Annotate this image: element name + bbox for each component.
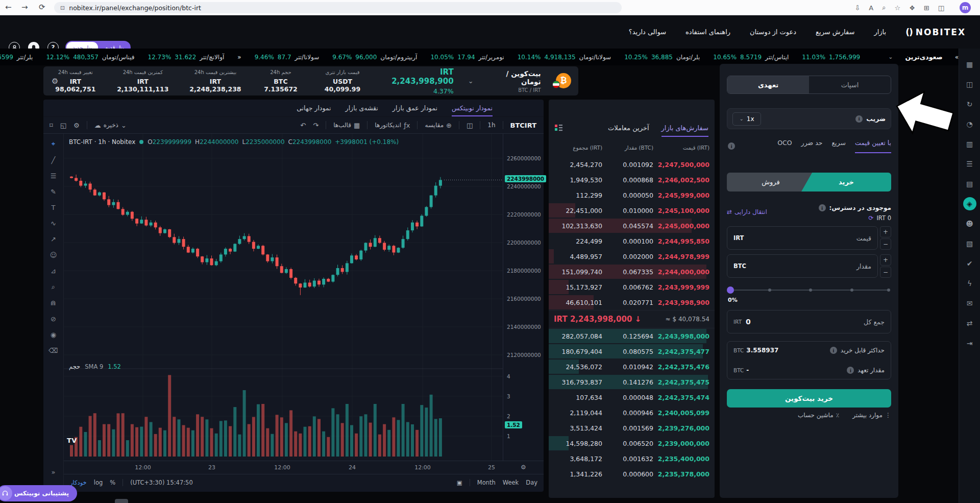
auto-scale-button[interactable]: خودکار — [70, 479, 87, 486]
hide-drawings-icon[interactable]: ◉ — [51, 331, 56, 339]
crosshair-tool-icon[interactable]: ⌖ — [52, 140, 55, 148]
orderbook-ask-row[interactable]: 2,454,2700.0010922,247,500,000 — [549, 157, 715, 172]
templates-button[interactable]: قالب‌ها▦ — [333, 122, 360, 129]
orderbook-ask-row[interactable]: 151,099,7400.0673352,244,000,000 — [549, 264, 715, 279]
orderbook-ask-row[interactable]: 112,2990.0000502,245,999,000 — [549, 187, 715, 203]
orderbook-bid-row[interactable]: 1,341,2260.0006002,235,378,000 — [549, 466, 715, 482]
indicators-button[interactable]: اندیکاتورهاƒx — [375, 122, 410, 129]
info-icon[interactable]: i — [847, 367, 854, 374]
lock-drawings-icon[interactable]: ⊘ — [51, 315, 56, 323]
chart-tab[interactable]: نمودار جهانی — [297, 104, 331, 116]
calendar-icon[interactable]: ▧ — [963, 237, 976, 250]
sell-tab[interactable]: فروش — [727, 173, 815, 191]
order-type-tab[interactable]: OCO — [777, 139, 792, 153]
exchange-icon[interactable]: ◫ — [963, 78, 976, 91]
magnet-tool-icon[interactable]: ⋒ — [51, 299, 56, 307]
symbol-button[interactable]: BTCIRT — [510, 122, 536, 129]
undo-icon[interactable]: ↶ — [300, 122, 306, 129]
range-button[interactable]: Day — [526, 479, 537, 486]
orderbook-bid-row[interactable]: 2,119,0440.0009462,240,005,099 — [549, 405, 715, 420]
referral-icon[interactable]: ⇄ — [963, 317, 976, 330]
nav-link[interactable]: سفارش سریع — [816, 28, 854, 36]
ticker-item[interactable]: 1,756,99911.03% — [802, 54, 864, 61]
cast-icon[interactable]: ⇩ — [854, 4, 860, 12]
chart-settings-gear-icon[interactable]: ⚙ — [74, 122, 80, 129]
slider-thumb[interactable] — [727, 286, 734, 294]
orderbook-ask-row[interactable]: 15,173,9270.0067622,243,999,999 — [549, 279, 715, 295]
ticker-item[interactable]: آربیتروم/تومان96,0009.67% — [332, 54, 417, 61]
logout-icon[interactable]: ⇥ — [963, 337, 976, 350]
ticker-scroll-icon[interactable]: » — [955, 54, 959, 61]
adblock-icon[interactable]: ❖ — [909, 4, 915, 12]
buy-bitcoin-button[interactable]: خرید بیت‌کوین — [727, 389, 891, 408]
range-button[interactable]: Month — [477, 479, 496, 486]
buy-tab[interactable]: خرید — [801, 173, 891, 191]
log-scale-button[interactable]: log — [94, 479, 103, 486]
pair-selector-chevron-icon[interactable]: ⌄ — [468, 77, 474, 85]
orderbook-bid-row[interactable]: 3,513,4240.0015692,239,276,000 — [549, 420, 715, 436]
support-button[interactable]: پشتیبانی نوبیتکس — [0, 485, 77, 501]
orderbook-tab[interactable]: آخرین معاملات — [608, 124, 649, 137]
zoom-icon[interactable]: ⌕ — [882, 4, 886, 12]
order-type-tab[interactable]: حد ضرر — [801, 139, 823, 153]
url-bar[interactable]: ⊡ nobitex.ir/panel/exchange/position/btc… — [54, 2, 622, 13]
reload-icon[interactable]: ⟳ — [39, 3, 45, 12]
bookmark-star-icon[interactable]: ☆ — [894, 4, 900, 12]
margin-mode-tab[interactable]: تعهدی — [727, 76, 809, 93]
price-increment-button[interactable]: + — [880, 226, 891, 237]
nav-link[interactable]: راهنمای استفاده — [685, 28, 730, 36]
ticker-item[interactable]: سولانا/تتر87.79.46% — [255, 54, 320, 61]
info-icon[interactable]: i — [728, 142, 735, 150]
total-field[interactable]: IRT 0 جمع کل — [727, 310, 891, 333]
ticker-item[interactable]: ایتاس/تتر8.571910.65% — [713, 54, 789, 61]
nav-link[interactable]: دعوت از دوستان — [750, 28, 796, 36]
site-info-icon[interactable]: ⊡ — [60, 5, 65, 11]
transfer-assets-link[interactable]: ⇄ انتقال دارایی — [727, 208, 767, 215]
remove-drawings-icon[interactable]: ⌫ — [48, 347, 58, 354]
order-type-tab[interactable]: سریع — [831, 139, 846, 153]
fullscreen-icon[interactable]: ◱ — [60, 122, 66, 129]
save-layout-button[interactable]: ☁ ذخیره ⌄ — [94, 122, 127, 129]
ticker-item[interactable]: بلر/تتر0.659911.5% — [0, 54, 33, 61]
candle-style-icon[interactable]: ◫ — [467, 122, 473, 129]
portfolio-icon[interactable]: ▤ — [963, 177, 976, 190]
price-decrement-button[interactable]: − — [880, 238, 891, 250]
amount-decrement-button[interactable]: − — [880, 267, 891, 278]
spot-mode-tab[interactable]: اسپات — [809, 76, 891, 93]
orderbook-ask-row[interactable]: 102,313,6300.0455742,245,000,000 — [549, 218, 715, 233]
interval-button[interactable]: 1h — [487, 122, 495, 129]
wallet-icon[interactable]: ◈ — [963, 197, 976, 210]
price-axis[interactable]: 2260000000224000000022200000002200000000… — [503, 134, 544, 461]
range-button[interactable]: Week — [503, 479, 519, 486]
orderbook-tab[interactable]: سفارش‌های بازار — [662, 124, 708, 137]
percent-scale-button[interactable]: % — [110, 479, 115, 486]
orders-list-icon[interactable]: ☰ — [963, 157, 976, 171]
forward-icon[interactable]: → — [21, 3, 28, 12]
ticker-item[interactable]: آوالانچ/تتر31.62212.73% — [148, 54, 225, 61]
tradingview-logo[interactable]: TV — [67, 437, 77, 444]
orderbook-bid-row[interactable]: 107,6340.0000482,242,375,474 — [549, 390, 715, 405]
more-options-link[interactable]: ⋮موارد بیشتر — [852, 412, 891, 419]
mail-icon[interactable]: ✉ — [963, 297, 976, 310]
orderbook-bid-row[interactable]: 24,536,0720.0109422,242,375,476 — [549, 359, 715, 374]
trendline-tool-icon[interactable]: ╱ — [52, 156, 56, 164]
security-check-icon[interactable]: ✔ — [963, 257, 976, 270]
compare-button[interactable]: مقایسه⊕ — [425, 122, 452, 129]
orderbook-ask-row[interactable]: 224,4990.0001002,244,995,850 — [549, 233, 715, 249]
apps-grid-icon[interactable]: ▦ — [963, 58, 976, 71]
extensions-icon[interactable]: ⊞ — [924, 4, 929, 12]
orderbook-bid-row[interactable]: 282,057,0840.1256942,243,998,000 — [549, 328, 715, 344]
boost-icon[interactable]: ϟ — [963, 277, 976, 290]
orderbook-layout-icon[interactable] — [555, 124, 562, 134]
browser-avatar[interactable]: m — [960, 2, 971, 13]
patterns-tool-icon[interactable]: ∿ — [51, 220, 56, 227]
channels-tool-icon[interactable]: ☰ — [51, 172, 57, 180]
refresh-balance-icon[interactable]: ⟳ — [868, 214, 873, 222]
orderbook-ask-row[interactable]: 1,949,5300.0008682,246,002,500 — [549, 172, 715, 187]
nav-link[interactable]: سوالی دارید؟ — [629, 28, 666, 36]
nav-link[interactable]: بازار — [874, 28, 886, 36]
ticker-item[interactable]: نومریر/تتر17.9410.05% — [430, 54, 504, 61]
brush-tool-icon[interactable]: ✎ — [51, 188, 56, 196]
back-icon[interactable]: ← — [5, 3, 12, 12]
ticker-item[interactable]: سولانا/تومان4,918,13510.14% — [518, 54, 611, 61]
